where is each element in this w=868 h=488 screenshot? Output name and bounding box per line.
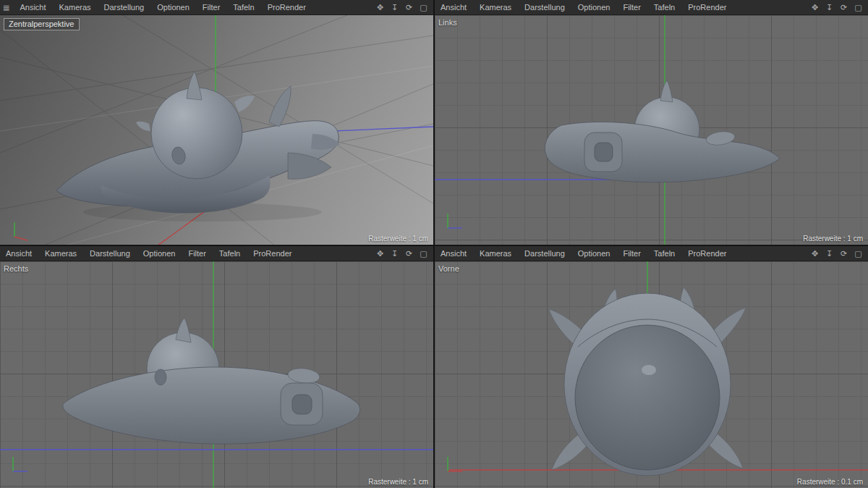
viewport-nav-icons: ✥ ↧ ⟳ ▢ [375, 250, 433, 258]
menu-item-prorender[interactable]: ProRender [681, 249, 733, 258]
front-scene [435, 261, 868, 488]
menu-item-filter[interactable]: Filter [616, 3, 647, 12]
toggle-view-icon[interactable]: ▢ [419, 4, 428, 12]
rotate-view-icon[interactable]: ⟳ [404, 4, 414, 12]
menu-item-prorender[interactable]: ProRender [681, 3, 733, 12]
menu-item-kameras[interactable]: Kameras [473, 3, 518, 12]
menu-item-darstellung[interactable]: Darstellung [98, 3, 151, 12]
grid-size-label: Rasterweite : 1 cm [803, 235, 863, 243]
viewport-nav-icons: ✥ ↧ ⟳ ▢ [375, 4, 433, 12]
axis-gizmo [448, 214, 462, 228]
viewport-nav-icons: ✥ ↧ ⟳ ▢ [810, 4, 868, 12]
menu-item-darstellung[interactable]: Darstellung [83, 249, 137, 258]
viewport-grid: ▦ Ansicht Kameras Darstellung Optionen F… [0, 0, 868, 488]
pan-view-icon[interactable]: ✥ [810, 4, 820, 12]
menu-item-tafeln[interactable]: Tafeln [647, 249, 681, 258]
toggle-view-icon[interactable]: ▢ [854, 4, 863, 12]
axis-gizmo [14, 222, 27, 240]
right-scene [0, 261, 433, 488]
viewport-left: Ansicht Kameras Darstellung Optionen Fil… [435, 0, 868, 245]
grid-size-label: Rasterweite : 1 cm [368, 478, 428, 486]
menu-item-kameras[interactable]: Kameras [473, 249, 518, 258]
viewport-front: Ansicht Kameras Darstellung Optionen Fil… [435, 246, 868, 488]
viewport-nav-icons: ✥ ↧ ⟳ ▢ [810, 250, 868, 258]
dolly-view-icon[interactable]: ↧ [390, 4, 399, 12]
viewport-label: Links [438, 18, 457, 27]
dolly-view-icon[interactable]: ↧ [825, 250, 834, 258]
toggle-view-icon[interactable]: ▢ [419, 250, 428, 258]
perspective-canvas[interactable]: Zentralperspektive [0, 15, 433, 245]
menu-item-optionen[interactable]: Optionen [150, 3, 196, 12]
menu-item-ansicht[interactable]: Ansicht [435, 249, 473, 258]
rotate-view-icon[interactable]: ⟳ [839, 4, 848, 12]
rotate-view-icon[interactable]: ⟳ [839, 250, 848, 258]
viewport-menu-bar: ▦ Ansicht Kameras Darstellung Optionen F… [0, 0, 433, 15]
front-canvas[interactable]: Vorne [435, 261, 868, 488]
model-perspective [56, 72, 340, 222]
viewport-menu-bar: Ansicht Kameras Darstellung Optionen Fil… [0, 246, 433, 261]
menu-item-prorender[interactable]: ProRender [261, 3, 312, 12]
menu-item-kameras[interactable]: Kameras [53, 3, 98, 12]
model-left [545, 80, 780, 182]
menu-item-darstellung[interactable]: Darstellung [518, 249, 571, 258]
model-right [63, 318, 360, 444]
axis-gizmo [13, 457, 27, 471]
menu-item-ansicht[interactable]: Ansicht [435, 3, 473, 12]
menu-item-filter[interactable]: Filter [616, 249, 647, 258]
pan-view-icon[interactable]: ✥ [810, 250, 820, 258]
right-canvas[interactable]: Rechts [0, 261, 433, 488]
menu-item-tafeln[interactable]: Tafeln [213, 249, 247, 258]
menu-item-filter[interactable]: Filter [196, 3, 226, 12]
viewport-menu-bar: Ansicht Kameras Darstellung Optionen Fil… [435, 246, 868, 261]
viewport-label: Zentralperspektive [4, 18, 80, 30]
grid-size-label: Rasterweite : 1 cm [368, 235, 428, 243]
perspective-scene [0, 15, 433, 245]
left-canvas[interactable]: Links [435, 15, 868, 245]
grid-size-label: Rasterweite : 0.1 cm [797, 478, 863, 486]
menu-item-filter[interactable]: Filter [182, 249, 212, 258]
menu-item-tafeln[interactable]: Tafeln [647, 3, 681, 12]
viewport-right: Ansicht Kameras Darstellung Optionen Fil… [0, 246, 433, 488]
menu-item-tafeln[interactable]: Tafeln [226, 3, 260, 12]
viewport-label: Rechts [4, 264, 28, 273]
viewport-handle-icon[interactable]: ▦ [0, 4, 13, 12]
menu-item-ansicht[interactable]: Ansicht [0, 249, 38, 258]
menu-item-darstellung[interactable]: Darstellung [518, 3, 571, 12]
dolly-view-icon[interactable]: ↧ [825, 4, 834, 12]
viewport-perspective: ▦ Ansicht Kameras Darstellung Optionen F… [0, 0, 433, 245]
menu-item-kameras[interactable]: Kameras [38, 249, 83, 258]
menu-item-optionen[interactable]: Optionen [571, 249, 617, 258]
left-scene [435, 15, 868, 245]
menu-item-ansicht[interactable]: Ansicht [13, 3, 52, 12]
viewport-menu-bar: Ansicht Kameras Darstellung Optionen Fil… [435, 0, 868, 15]
dolly-view-icon[interactable]: ↧ [390, 250, 399, 258]
viewport-label: Vorne [438, 264, 459, 273]
menu-item-prorender[interactable]: ProRender [247, 249, 298, 258]
menu-item-optionen[interactable]: Optionen [137, 249, 182, 258]
rotate-view-icon[interactable]: ⟳ [404, 250, 414, 258]
pan-view-icon[interactable]: ✥ [375, 250, 385, 258]
axis-gizmo [448, 457, 462, 471]
pan-view-icon[interactable]: ✥ [375, 4, 385, 12]
toggle-view-icon[interactable]: ▢ [854, 250, 863, 258]
menu-item-optionen[interactable]: Optionen [571, 3, 617, 12]
model-front [549, 287, 746, 476]
